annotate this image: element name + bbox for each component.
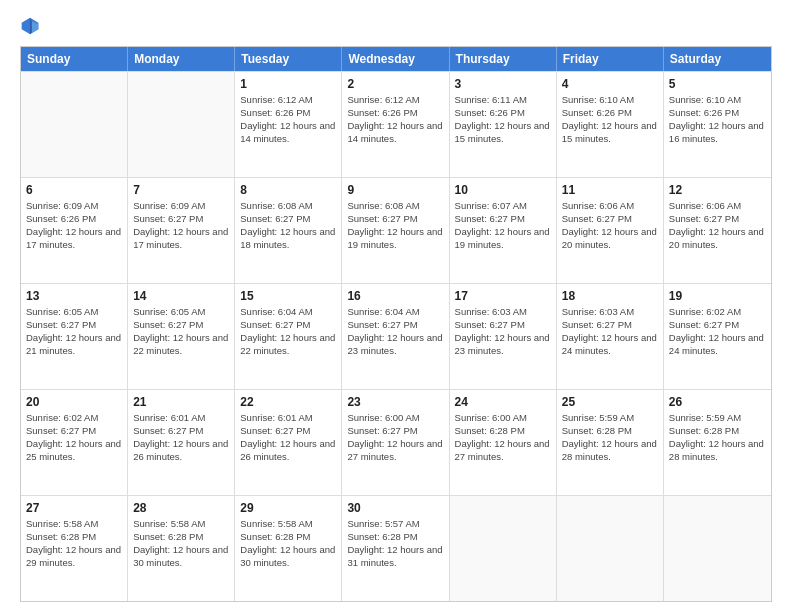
- day-info: Sunrise: 6:09 AM Sunset: 6:26 PM Dayligh…: [26, 200, 121, 249]
- day-info: Sunrise: 5:58 AM Sunset: 6:28 PM Dayligh…: [133, 518, 228, 567]
- calendar-cell: 4Sunrise: 6:10 AM Sunset: 6:26 PM Daylig…: [557, 72, 664, 177]
- header-day-sunday: Sunday: [21, 47, 128, 71]
- calendar-cell: 30Sunrise: 5:57 AM Sunset: 6:28 PM Dayli…: [342, 496, 449, 601]
- day-info: Sunrise: 6:04 AM Sunset: 6:27 PM Dayligh…: [240, 306, 335, 355]
- calendar-cell: 12Sunrise: 6:06 AM Sunset: 6:27 PM Dayli…: [664, 178, 771, 283]
- calendar-cell: [664, 496, 771, 601]
- day-number: 18: [562, 288, 658, 304]
- calendar-grid: SundayMondayTuesdayWednesdayThursdayFrid…: [20, 46, 772, 602]
- header-day-friday: Friday: [557, 47, 664, 71]
- day-info: Sunrise: 5:57 AM Sunset: 6:28 PM Dayligh…: [347, 518, 442, 567]
- day-number: 16: [347, 288, 443, 304]
- day-number: 1: [240, 76, 336, 92]
- day-number: 20: [26, 394, 122, 410]
- day-number: 13: [26, 288, 122, 304]
- day-number: 23: [347, 394, 443, 410]
- day-number: 17: [455, 288, 551, 304]
- day-number: 25: [562, 394, 658, 410]
- day-number: 4: [562, 76, 658, 92]
- calendar-week-5: 27Sunrise: 5:58 AM Sunset: 6:28 PM Dayli…: [21, 495, 771, 601]
- day-info: Sunrise: 6:08 AM Sunset: 6:27 PM Dayligh…: [347, 200, 442, 249]
- calendar-cell: 13Sunrise: 6:05 AM Sunset: 6:27 PM Dayli…: [21, 284, 128, 389]
- calendar-cell: 6Sunrise: 6:09 AM Sunset: 6:26 PM Daylig…: [21, 178, 128, 283]
- calendar-cell: [128, 72, 235, 177]
- day-info: Sunrise: 6:06 AM Sunset: 6:27 PM Dayligh…: [669, 200, 764, 249]
- day-info: Sunrise: 6:00 AM Sunset: 6:28 PM Dayligh…: [455, 412, 550, 461]
- calendar-cell: 23Sunrise: 6:00 AM Sunset: 6:27 PM Dayli…: [342, 390, 449, 495]
- calendar-cell: 20Sunrise: 6:02 AM Sunset: 6:27 PM Dayli…: [21, 390, 128, 495]
- header-day-monday: Monday: [128, 47, 235, 71]
- day-number: 21: [133, 394, 229, 410]
- calendar-cell: 17Sunrise: 6:03 AM Sunset: 6:27 PM Dayli…: [450, 284, 557, 389]
- day-info: Sunrise: 6:08 AM Sunset: 6:27 PM Dayligh…: [240, 200, 335, 249]
- calendar-cell: 29Sunrise: 5:58 AM Sunset: 6:28 PM Dayli…: [235, 496, 342, 601]
- day-number: 19: [669, 288, 766, 304]
- day-number: 7: [133, 182, 229, 198]
- day-info: Sunrise: 6:12 AM Sunset: 6:26 PM Dayligh…: [347, 94, 442, 143]
- calendar-cell: 16Sunrise: 6:04 AM Sunset: 6:27 PM Dayli…: [342, 284, 449, 389]
- day-number: 24: [455, 394, 551, 410]
- day-number: 3: [455, 76, 551, 92]
- calendar-week-4: 20Sunrise: 6:02 AM Sunset: 6:27 PM Dayli…: [21, 389, 771, 495]
- day-number: 12: [669, 182, 766, 198]
- calendar-cell: 11Sunrise: 6:06 AM Sunset: 6:27 PM Dayli…: [557, 178, 664, 283]
- calendar-cell: [21, 72, 128, 177]
- calendar-cell: [450, 496, 557, 601]
- day-info: Sunrise: 6:03 AM Sunset: 6:27 PM Dayligh…: [562, 306, 657, 355]
- day-info: Sunrise: 5:59 AM Sunset: 6:28 PM Dayligh…: [669, 412, 764, 461]
- header-day-wednesday: Wednesday: [342, 47, 449, 71]
- day-info: Sunrise: 6:05 AM Sunset: 6:27 PM Dayligh…: [26, 306, 121, 355]
- calendar-body: 1Sunrise: 6:12 AM Sunset: 6:26 PM Daylig…: [21, 71, 771, 601]
- day-info: Sunrise: 6:03 AM Sunset: 6:27 PM Dayligh…: [455, 306, 550, 355]
- calendar-header-row: SundayMondayTuesdayWednesdayThursdayFrid…: [21, 47, 771, 71]
- day-info: Sunrise: 5:58 AM Sunset: 6:28 PM Dayligh…: [26, 518, 121, 567]
- calendar-cell: 5Sunrise: 6:10 AM Sunset: 6:26 PM Daylig…: [664, 72, 771, 177]
- calendar-cell: 22Sunrise: 6:01 AM Sunset: 6:27 PM Dayli…: [235, 390, 342, 495]
- day-info: Sunrise: 6:00 AM Sunset: 6:27 PM Dayligh…: [347, 412, 442, 461]
- day-info: Sunrise: 6:04 AM Sunset: 6:27 PM Dayligh…: [347, 306, 442, 355]
- calendar-cell: 21Sunrise: 6:01 AM Sunset: 6:27 PM Dayli…: [128, 390, 235, 495]
- calendar-cell: 2Sunrise: 6:12 AM Sunset: 6:26 PM Daylig…: [342, 72, 449, 177]
- calendar-cell: 3Sunrise: 6:11 AM Sunset: 6:26 PM Daylig…: [450, 72, 557, 177]
- day-info: Sunrise: 6:06 AM Sunset: 6:27 PM Dayligh…: [562, 200, 657, 249]
- day-info: Sunrise: 6:02 AM Sunset: 6:27 PM Dayligh…: [26, 412, 121, 461]
- calendar-cell: 25Sunrise: 5:59 AM Sunset: 6:28 PM Dayli…: [557, 390, 664, 495]
- calendar-page: SundayMondayTuesdayWednesdayThursdayFrid…: [0, 0, 792, 612]
- day-number: 9: [347, 182, 443, 198]
- day-info: Sunrise: 5:59 AM Sunset: 6:28 PM Dayligh…: [562, 412, 657, 461]
- calendar-week-3: 13Sunrise: 6:05 AM Sunset: 6:27 PM Dayli…: [21, 283, 771, 389]
- day-number: 15: [240, 288, 336, 304]
- day-info: Sunrise: 6:07 AM Sunset: 6:27 PM Dayligh…: [455, 200, 550, 249]
- day-number: 28: [133, 500, 229, 516]
- day-number: 5: [669, 76, 766, 92]
- calendar-cell: 26Sunrise: 5:59 AM Sunset: 6:28 PM Dayli…: [664, 390, 771, 495]
- calendar-cell: 1Sunrise: 6:12 AM Sunset: 6:26 PM Daylig…: [235, 72, 342, 177]
- day-info: Sunrise: 6:11 AM Sunset: 6:26 PM Dayligh…: [455, 94, 550, 143]
- day-number: 30: [347, 500, 443, 516]
- day-number: 10: [455, 182, 551, 198]
- header-day-thursday: Thursday: [450, 47, 557, 71]
- header: [20, 16, 772, 36]
- day-info: Sunrise: 6:02 AM Sunset: 6:27 PM Dayligh…: [669, 306, 764, 355]
- day-info: Sunrise: 6:09 AM Sunset: 6:27 PM Dayligh…: [133, 200, 228, 249]
- calendar-week-1: 1Sunrise: 6:12 AM Sunset: 6:26 PM Daylig…: [21, 71, 771, 177]
- day-number: 22: [240, 394, 336, 410]
- day-info: Sunrise: 6:05 AM Sunset: 6:27 PM Dayligh…: [133, 306, 228, 355]
- calendar-cell: 18Sunrise: 6:03 AM Sunset: 6:27 PM Dayli…: [557, 284, 664, 389]
- day-number: 8: [240, 182, 336, 198]
- day-number: 29: [240, 500, 336, 516]
- calendar-cell: 9Sunrise: 6:08 AM Sunset: 6:27 PM Daylig…: [342, 178, 449, 283]
- calendar-cell: 24Sunrise: 6:00 AM Sunset: 6:28 PM Dayli…: [450, 390, 557, 495]
- day-number: 2: [347, 76, 443, 92]
- day-info: Sunrise: 6:10 AM Sunset: 6:26 PM Dayligh…: [562, 94, 657, 143]
- day-info: Sunrise: 6:12 AM Sunset: 6:26 PM Dayligh…: [240, 94, 335, 143]
- calendar-cell: 8Sunrise: 6:08 AM Sunset: 6:27 PM Daylig…: [235, 178, 342, 283]
- calendar-cell: [557, 496, 664, 601]
- calendar-cell: 27Sunrise: 5:58 AM Sunset: 6:28 PM Dayli…: [21, 496, 128, 601]
- day-number: 6: [26, 182, 122, 198]
- day-info: Sunrise: 6:10 AM Sunset: 6:26 PM Dayligh…: [669, 94, 764, 143]
- calendar-cell: 10Sunrise: 6:07 AM Sunset: 6:27 PM Dayli…: [450, 178, 557, 283]
- header-day-tuesday: Tuesday: [235, 47, 342, 71]
- day-number: 27: [26, 500, 122, 516]
- day-info: Sunrise: 6:01 AM Sunset: 6:27 PM Dayligh…: [133, 412, 228, 461]
